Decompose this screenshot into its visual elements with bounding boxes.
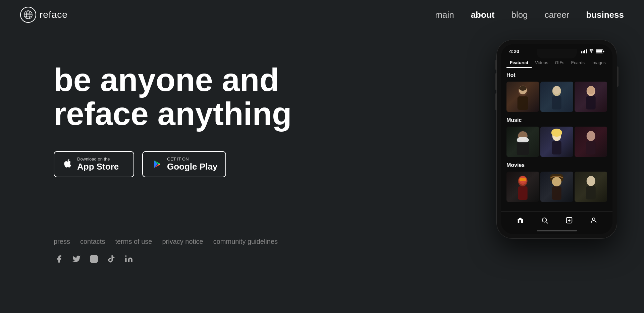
nav-career[interactable]: career	[545, 10, 570, 20]
phone-bottom-nav	[501, 211, 612, 228]
svg-point-18	[519, 86, 527, 91]
tab-gifs[interactable]: GIFs	[551, 58, 568, 68]
tab-images[interactable]: Images	[588, 58, 609, 68]
footer-links: press contacts terms of use privacy noti…	[54, 238, 624, 264]
nav-about[interactable]: about	[471, 10, 495, 20]
svg-rect-10	[584, 50, 585, 53]
svg-rect-41	[552, 186, 561, 200]
googleplay-large-text: Google Play	[167, 162, 217, 172]
music-item-3[interactable]	[575, 127, 607, 157]
phone-mute-button	[495, 60, 496, 70]
movies-grid	[506, 172, 607, 202]
googleplay-small-text: GET IT ON	[167, 156, 189, 162]
svg-rect-14	[603, 51, 604, 52]
googleplay-button[interactable]: GET IT ON Google Play	[142, 151, 226, 177]
svg-point-32	[586, 131, 595, 141]
svg-rect-38	[518, 186, 528, 200]
hot-grid	[506, 82, 607, 112]
footer-contacts[interactable]: contacts	[80, 238, 105, 245]
music-item-1[interactable]	[506, 127, 539, 157]
footer-community[interactable]: community guidelines	[213, 238, 278, 245]
svg-point-5	[93, 257, 96, 260]
music-item-2[interactable]	[540, 127, 573, 157]
phone-create-nav[interactable]	[565, 216, 574, 225]
svg-rect-16	[518, 96, 528, 110]
google-play-icon	[151, 158, 163, 170]
phone-content: Hot	[501, 68, 612, 211]
tab-videos[interactable]: Videos	[532, 58, 552, 68]
instagram-icon[interactable]	[89, 254, 99, 264]
appstore-large-text: App Store	[77, 162, 119, 172]
facebook-icon[interactable]	[54, 254, 64, 264]
tab-ecards[interactable]: Ecards	[568, 58, 588, 68]
appstore-small-text: Download on the	[77, 156, 110, 162]
svg-rect-37	[520, 178, 526, 181]
logo-globe-icon	[20, 7, 36, 23]
movies-item-3[interactable]	[575, 172, 607, 202]
hot-section-title: Hot	[506, 72, 607, 78]
phone-mockup: 4:20	[496, 40, 617, 239]
twitter-icon[interactable]	[71, 254, 82, 264]
footer-terms[interactable]: terms of use	[115, 238, 152, 245]
svg-rect-28	[517, 142, 529, 155]
svg-rect-11	[586, 49, 587, 53]
appstore-button[interactable]: Download on the App Store	[54, 151, 134, 177]
movies-item-1[interactable]	[506, 172, 539, 202]
music-section-title: Music	[506, 117, 607, 123]
hero-headline: be anyone and reface anything	[54, 63, 356, 131]
svg-point-21	[553, 86, 560, 94]
hot-item-3[interactable]	[575, 82, 607, 112]
svg-rect-43	[586, 186, 595, 199]
svg-point-6	[96, 257, 96, 257]
footer-privacy[interactable]: privacy notice	[162, 238, 203, 245]
phone-power-button	[617, 66, 619, 87]
footer-press[interactable]: press	[54, 238, 70, 245]
phone-search-nav[interactable]	[540, 216, 549, 225]
svg-point-49	[592, 218, 595, 220]
svg-point-24	[587, 86, 594, 94]
phone-time: 4:20	[509, 48, 519, 54]
music-grid	[506, 127, 607, 157]
phone-home-nav[interactable]	[516, 216, 525, 225]
movies-section-title: Movies	[506, 162, 607, 168]
logo-text: reface	[40, 9, 68, 20]
main-nav: main about blog career business	[435, 10, 624, 20]
svg-rect-8	[581, 51, 582, 53]
svg-point-30	[551, 129, 562, 137]
nav-business[interactable]: business	[586, 10, 624, 20]
svg-rect-20	[552, 96, 561, 109]
phone-home-indicator	[537, 230, 577, 231]
hot-item-2[interactable]	[540, 82, 573, 112]
tab-featured[interactable]: Featured	[506, 58, 532, 68]
svg-point-7	[125, 255, 126, 257]
nav-main[interactable]: main	[435, 10, 454, 20]
svg-rect-31	[552, 141, 561, 154]
phone-profile-nav[interactable]	[589, 216, 598, 225]
phone-notch	[537, 49, 577, 58]
tiktok-icon[interactable]	[106, 254, 117, 264]
phone-volume-up-button	[495, 73, 496, 90]
svg-rect-33	[586, 141, 595, 154]
svg-point-40	[552, 177, 561, 186]
svg-line-45	[546, 222, 548, 223]
movies-item-2[interactable]	[540, 172, 573, 202]
linkedin-icon[interactable]	[123, 254, 134, 264]
svg-point-42	[586, 176, 595, 186]
hot-item-1[interactable]	[506, 82, 539, 112]
svg-point-44	[542, 218, 546, 222]
nav-blog[interactable]: blog	[511, 10, 528, 20]
svg-rect-13	[596, 50, 602, 52]
logo[interactable]: reface	[20, 7, 68, 23]
phone-volume-down-button	[495, 93, 496, 110]
apple-icon	[62, 158, 73, 171]
svg-rect-9	[583, 51, 584, 53]
svg-rect-23	[586, 96, 595, 109]
